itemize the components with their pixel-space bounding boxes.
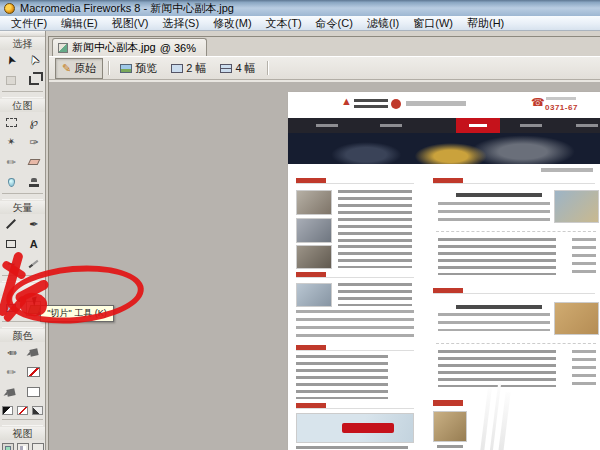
menu-item-select[interactable]: 选择(S) xyxy=(155,16,206,31)
document-zoom-level: @ 36% xyxy=(160,42,196,54)
breadcrumb xyxy=(541,168,593,172)
lasso-icon: ℘ xyxy=(30,116,38,128)
section-label-colors: 颜色 xyxy=(0,329,45,342)
preview-view-button[interactable]: 预览 xyxy=(114,59,163,78)
window-title: Macromedia Fireworks 8 - 新闻中心副本.jpg xyxy=(20,1,234,16)
four-up-view-button[interactable]: 4 幅 xyxy=(214,59,261,78)
article-summary xyxy=(438,202,550,224)
subselection-tool[interactable]: ➤ xyxy=(24,51,43,69)
tools-panel: 选择 ➤ ➤ 位图 ℘ ✶ ✑ ✏ 矢量 ✒ A ~ xyxy=(0,31,46,450)
marquee-icon xyxy=(6,118,17,127)
magic-wand-tool[interactable]: ✶ xyxy=(2,133,21,151)
eraser-tool[interactable] xyxy=(24,153,43,171)
swap-colors-button[interactable] xyxy=(32,406,43,415)
news-date-list xyxy=(572,350,596,387)
hotline-label xyxy=(546,97,576,100)
document-area: 新闻中心副本.jpg @ 36% ✎ 原始 预览 2 幅 4 幅 xyxy=(46,31,600,450)
rectangle-icon xyxy=(6,240,16,248)
page-watermark xyxy=(498,392,510,450)
menu-item-file[interactable]: 文件(F) xyxy=(4,16,54,31)
original-view-button[interactable]: ✎ 原始 xyxy=(55,58,103,79)
fill-color-well[interactable] xyxy=(24,383,43,401)
menu-item-help[interactable]: 帮助(H) xyxy=(460,16,511,31)
news-link-list xyxy=(438,238,556,275)
select-behind-tool[interactable] xyxy=(2,71,21,89)
news-text xyxy=(338,283,412,306)
sidebar-section-header xyxy=(296,345,414,351)
gallery-thumbnail xyxy=(433,411,467,442)
default-colors-button[interactable] xyxy=(2,406,13,415)
brush-tool[interactable]: ✑ xyxy=(24,133,43,151)
crop-icon xyxy=(29,76,39,85)
standard-screen-mode-button[interactable] xyxy=(2,443,14,450)
site-logo-text xyxy=(354,99,388,108)
stroke-color-well[interactable] xyxy=(24,363,43,381)
nav-link xyxy=(576,124,598,127)
section-label-bitmap: 位图 xyxy=(0,99,45,112)
gallery-caption xyxy=(437,445,463,449)
tool-row: ✎ xyxy=(0,342,45,362)
menu-item-modify[interactable]: 修改(M) xyxy=(206,16,259,31)
tool-row: A xyxy=(0,234,45,254)
article-title xyxy=(456,305,542,309)
original-pencil-icon: ✎ xyxy=(62,62,71,75)
menu-item-window[interactable]: 窗口(W) xyxy=(406,16,460,31)
section-label-select: 选择 xyxy=(0,37,45,50)
tool-row: ℘ xyxy=(0,112,45,132)
no-color-button[interactable] xyxy=(17,406,28,415)
crop-tool[interactable] xyxy=(24,71,43,89)
lasso-tool[interactable]: ℘ xyxy=(24,113,43,131)
divider xyxy=(436,231,596,232)
toolbar-separator xyxy=(108,61,109,75)
main-section-header xyxy=(433,288,595,294)
pointer-tool[interactable]: ➤ xyxy=(2,51,21,69)
news-date-list xyxy=(572,238,596,275)
phone-number: 0371-67 xyxy=(545,103,578,112)
pencil-tool[interactable]: ✏ xyxy=(2,153,21,171)
eyedropper-tool[interactable]: ✎ xyxy=(2,343,21,361)
brush-icon: ✑ xyxy=(29,137,38,148)
rubber-stamp-tool[interactable] xyxy=(24,173,43,191)
subselection-icon: ➤ xyxy=(26,53,41,67)
text-tool[interactable]: A xyxy=(24,235,43,253)
banner-caption xyxy=(296,446,408,450)
line-tool[interactable] xyxy=(2,215,21,233)
stroke-color-label: ✏ xyxy=(2,363,21,381)
fill-color-label xyxy=(2,383,21,401)
menu-item-view[interactable]: 视图(V) xyxy=(105,16,156,31)
full-screen-mode-button[interactable] xyxy=(32,443,44,450)
menu-item-edit[interactable]: 编辑(E) xyxy=(54,16,105,31)
section-divider xyxy=(2,419,43,426)
section-label-view: 视图 xyxy=(0,427,45,440)
full-screen-with-menus-button[interactable] xyxy=(17,443,29,450)
sidebar-paragraph xyxy=(296,310,414,342)
blur-drop-icon xyxy=(8,178,15,187)
pen-tool[interactable]: ✒ xyxy=(24,215,43,233)
document-canvas[interactable]: ▲ ☎ 0371-67 xyxy=(49,82,600,450)
paint-bucket-tool[interactable] xyxy=(24,343,43,361)
section-divider xyxy=(2,321,43,328)
menu-item-commands[interactable]: 命令(C) xyxy=(309,16,360,31)
fill-color-swatch xyxy=(27,387,40,397)
pointer-icon: ➤ xyxy=(4,53,19,67)
toolbar-separator xyxy=(267,61,268,75)
pen-icon: ✒ xyxy=(29,219,38,230)
section-label-vector: 矢量 xyxy=(0,201,45,214)
marquee-tool[interactable] xyxy=(2,113,21,131)
nav-link xyxy=(316,124,338,127)
article-image xyxy=(554,190,599,223)
magic-wand-icon: ✶ xyxy=(6,136,17,148)
rectangle-tool[interactable] xyxy=(2,235,21,253)
article-summary xyxy=(438,313,550,331)
knife-tool[interactable] xyxy=(24,255,43,273)
section-divider xyxy=(2,91,43,98)
article-image xyxy=(554,302,599,335)
site-badge-icon xyxy=(391,99,401,109)
two-up-view-button[interactable]: 2 幅 xyxy=(165,59,212,78)
menu-item-filters[interactable]: 滤镜(I) xyxy=(360,16,406,31)
news-link-list xyxy=(438,350,556,387)
document-tab[interactable]: 新闻中心副本.jpg @ 36% xyxy=(52,38,207,56)
stroke-pencil-icon: ✏ xyxy=(7,367,16,378)
blur-tool[interactable] xyxy=(2,173,21,191)
menu-item-text[interactable]: 文本(T) xyxy=(259,16,309,31)
